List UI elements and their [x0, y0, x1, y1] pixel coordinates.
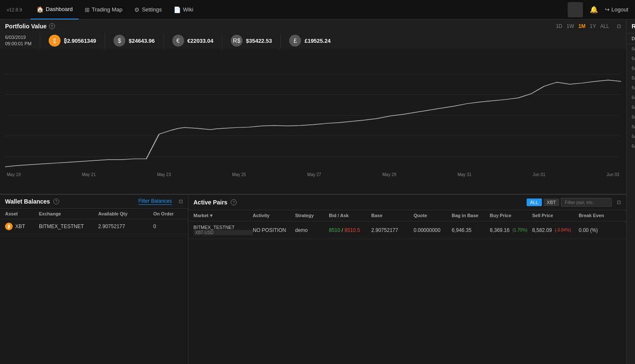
wallet-table-header: Asset Exchange Available Qty On Order [0, 209, 188, 219]
eur-icon: € [172, 35, 184, 47]
pair-sell-price: 8,582.09 (-0.84%) [532, 227, 579, 233]
col-quote: Quote [414, 213, 452, 218]
portfolio-expand-icon[interactable]: ⊡ [617, 23, 621, 29]
portfolio-help-icon[interactable]: ? [49, 23, 55, 29]
col-on-order: On Order [153, 211, 187, 216]
trade-date: 6/3/2019 (9:19... [632, 95, 635, 100]
chart-label-jun03: Jun 03 [607, 172, 619, 177]
nav-settings[interactable]: ⚙ Settings [128, 0, 168, 19]
col-exchange: Exchange [39, 211, 98, 216]
trade-date: 6/3/2019 (9:26... [632, 46, 635, 51]
stat-gbp: £ £19525.24 [280, 33, 339, 48]
col-date: Date [632, 36, 635, 41]
trade-date: 6/3/2019 (9:26... [632, 56, 635, 61]
active-pairs-title: Active Pairs [193, 199, 227, 206]
stat-usd: $ $24643.96 [105, 33, 163, 48]
nav-trading-map[interactable]: ⊞ Trading Map [79, 0, 129, 19]
active-pairs-expand-icon[interactable]: ⊡ [617, 199, 621, 205]
chart-label-may27: May 27 [307, 172, 321, 177]
nav-right: 🔔 ↪ Logout [568, 2, 628, 17]
wallet-header: Wallet Balances ? Filter Balances ⊡ [0, 195, 188, 209]
pairs-row: BITMEX_TESTNET XBT-USD NO POSITION demo … [188, 221, 626, 239]
active-pairs-panel: Active Pairs ? ALL XBT ⊡ Market ▾ Activi… [188, 195, 626, 364]
market-cell: BITMEX_TESTNET XBT-USD [193, 225, 253, 235]
trade-date: 6/3/2019 (9:19... [632, 114, 635, 119]
time-filter-1d[interactable]: 1D [556, 23, 562, 29]
bid-price: 8510 [329, 227, 340, 233]
home-icon: 🏠 [36, 6, 44, 13]
exchange-name: BITMEX_TESTNET [39, 223, 98, 229]
pairs-table-header: Market ▾ Activity Strategy Bid / Ask Bas… [188, 210, 626, 221]
portfolio-title: Portfolio Value ? [5, 23, 55, 30]
available-qty: 2.90752177 [98, 223, 153, 229]
chart-label-may23: May 23 [157, 172, 171, 177]
stat-brl: R$ $35422.53 [222, 33, 280, 48]
chart-label-jun01: Jun 01 [533, 172, 545, 177]
trade-row: 6/3/2019 (9:19... BITMEX_TESTN... BUY 0.… [627, 73, 635, 83]
trade-row: 6/3/2019 (9:19... BITMEX_TESTN... BUY 0.… [627, 102, 635, 112]
time-filter-all[interactable]: ALL [600, 23, 609, 29]
market-name: BITMEX_TESTNET [193, 225, 253, 230]
wallet-row: ₿ XBT BITMEX_TESTNET 2.90752177 0 [0, 219, 188, 234]
col-asset: Asset [5, 211, 39, 216]
chart-label-may19: May 19 [7, 172, 21, 177]
nav-dashboard[interactable]: 🏠 Dashboard [30, 0, 79, 19]
col-bid-ask: Bid / Ask [329, 213, 371, 218]
stat-eur: € €22033.04 [163, 33, 222, 48]
trade-row: 6/3/2019 (9:26... BITMEX_TESTN... BUY 0.… [627, 44, 635, 54]
pair-strategy: demo [295, 227, 329, 233]
trade-row: 6/3/2019 (9:26... BITMEX_TESTN... BUY 0.… [627, 54, 635, 63]
trade-row: 6/3/2019 (9:19... BITMEX_TESTN... BUY 0.… [627, 122, 635, 132]
asset-cell: ₿ XBT [5, 223, 39, 230]
pair-activity: NO POSITION [253, 227, 295, 233]
navbar: v12.8.9 🏠 Dashboard ⊞ Trading Map ⚙ Sett… [0, 0, 635, 19]
wallet-title: Wallet Balances [5, 198, 50, 205]
portfolio-date: 6/03/2019 09:00:01 PM [5, 34, 31, 47]
portfolio-panel: Portfolio Value ? 1D 1W 1M 1Y ALL ⊡ 6/03… [0, 19, 626, 194]
sell-pct-badge: (-0.84%) [554, 227, 572, 233]
trade-date: 6/3/2019 (8:59... [632, 143, 635, 149]
trade-date: 6/3/2019 (9:19... [632, 124, 635, 129]
time-filter-1m[interactable]: 1M [578, 23, 585, 29]
pair-bag-in-base: 6,946.35 [452, 227, 490, 233]
logout-button[interactable]: ↪ Logout [605, 6, 628, 13]
pair-filter-input[interactable] [561, 198, 612, 207]
trade-date: 6/3/2019 (9:19... [632, 66, 635, 71]
col-base: Base [371, 213, 414, 218]
col-activity: Activity [253, 213, 295, 218]
recent-trades-panel: Recent Trades ? Filter Trades ⊡ Date Mar… [627, 19, 635, 364]
wallet-help-icon[interactable]: ? [53, 199, 59, 204]
btc-asset-icon: ₿ [5, 223, 13, 230]
trade-row: 6/3/2019 (8:59... BITMEX_TESTN... SELL 0… [627, 141, 635, 151]
pair-quote: 0.00000000 [414, 227, 452, 233]
grid-icon: ⊞ [85, 6, 90, 13]
nav-wiki[interactable]: 📄 Wiki [168, 0, 199, 19]
chart-label-may31: May 31 [458, 172, 472, 177]
portfolio-stats: 6/03/2019 09:00:01 PM ₿ ₿2.90561349 $ $2… [0, 31, 626, 50]
trade-row: 6/3/2019 (9:19... BITMEX_TESTN... BUY 0.… [627, 63, 635, 73]
time-filter-1y[interactable]: 1Y [590, 23, 596, 29]
trade-row: 6/3/2019 (9:19... BITMEX_TESTN... BUY 0.… [627, 83, 635, 93]
wiki-icon: 📄 [174, 6, 181, 13]
wallet-expand-icon[interactable]: ⊡ [179, 199, 183, 204]
time-filter-1w[interactable]: 1W [566, 23, 574, 29]
filter-xbt-button[interactable]: XBT [544, 199, 559, 206]
buy-pct-badge: (1.70%) [511, 227, 529, 233]
active-pairs-header: Active Pairs ? ALL XBT ⊡ [188, 195, 626, 210]
pair-base: 2.90752177 [371, 227, 414, 233]
market-pair: XBT-USD [193, 230, 253, 235]
filter-all-button[interactable]: ALL [527, 199, 542, 206]
usd-icon: $ [113, 35, 125, 47]
filter-balances-link[interactable]: Filter Balances [138, 198, 172, 205]
active-pairs-help-icon[interactable]: ? [231, 199, 237, 205]
col-market[interactable]: Market ▾ [193, 213, 253, 218]
pair-bid-ask: 8510 / 8510.5 [329, 227, 371, 233]
brl-icon: R$ [231, 35, 243, 47]
notification-bell-icon[interactable]: 🔔 [590, 6, 598, 14]
btc-icon: ₿ [49, 35, 61, 47]
pair-filters: ALL XBT ⊡ [527, 198, 621, 207]
col-available-qty: Available Qty [98, 211, 153, 216]
pair-break-even: 0.00 (%) [579, 227, 621, 233]
pair-buy-price: 8,369.16 (1.70%) [490, 227, 532, 233]
trades-container: 6/3/2019 (9:26... BITMEX_TESTN... BUY 0.… [627, 44, 635, 151]
